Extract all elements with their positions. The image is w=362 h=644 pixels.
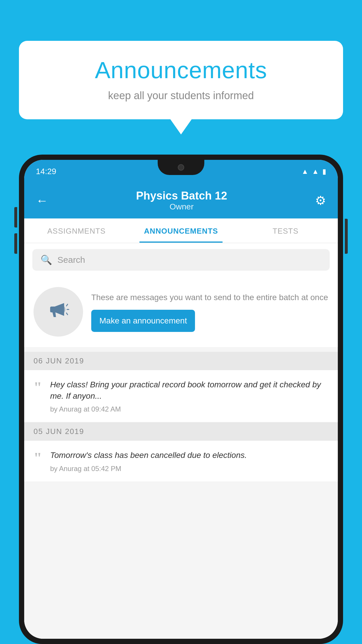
date-text-1: 06 JUN 2019 [34, 356, 84, 365]
speech-bubble: Announcements keep all your students inf… [19, 41, 343, 119]
announcement-text-1: Hey class! Bring your practical record b… [50, 379, 328, 402]
tab-tests[interactable]: TESTS [233, 218, 338, 243]
search-input-wrapper[interactable]: 🔍 Search [32, 249, 330, 271]
signal-icon: ▲ [312, 167, 319, 176]
header-subtitle: Owner [48, 202, 315, 211]
content-area: 🔍 Search [24, 243, 338, 639]
date-text-2: 05 JUN 2019 [34, 427, 84, 436]
search-input[interactable]: Search [57, 255, 85, 265]
promo-card: These are messages you want to send to t… [24, 276, 338, 347]
status-time: 14:29 [36, 167, 56, 176]
phone-wrapper: 14:29 ▲ ▲ ▮ ← Physics Batch 12 Owner ⚙ [19, 155, 343, 644]
status-icons: ▲ ▲ ▮ [301, 167, 326, 176]
svg-line-2 [66, 313, 68, 315]
phone-inner: 14:29 ▲ ▲ ▮ ← Physics Batch 12 Owner ⚙ [24, 160, 338, 639]
status-bar: 14:29 ▲ ▲ ▮ [24, 160, 338, 183]
settings-icon[interactable]: ⚙ [315, 193, 326, 208]
speech-bubble-section: Announcements keep all your students inf… [19, 41, 343, 119]
notch [158, 160, 204, 175]
tabs-bar: ASSIGNMENTS ANNOUNCEMENTS TESTS [24, 218, 338, 243]
tab-assignments[interactable]: ASSIGNMENTS [24, 218, 129, 243]
announcement-content-2: Tomorrow's class has been cancelled due … [50, 449, 328, 473]
promo-icon-circle [34, 287, 83, 337]
announcement-content-1: Hey class! Bring your practical record b… [50, 379, 328, 413]
announcement-item-2[interactable]: " Tomorrow's class has been cancelled du… [24, 441, 338, 482]
battery-icon: ▮ [322, 167, 326, 176]
date-separator-1: 06 JUN 2019 [24, 352, 338, 370]
announcement-text-2: Tomorrow's class has been cancelled due … [50, 449, 328, 461]
announcement-item-1[interactable]: " Hey class! Bring your practical record… [24, 370, 338, 422]
promo-text-section: These are messages you want to send to t… [91, 292, 328, 332]
header-title: Physics Batch 12 [48, 190, 315, 202]
announcement-meta-1: by Anurag at 09:42 AM [50, 405, 328, 413]
quote-icon-2: " [34, 451, 42, 466]
volume-down-button[interactable] [14, 233, 17, 254]
power-button[interactable] [345, 219, 348, 254]
megaphone-icon [47, 298, 70, 326]
header-title-section: Physics Batch 12 Owner [48, 190, 315, 211]
tab-announcements[interactable]: ANNOUNCEMENTS [129, 218, 233, 243]
bubble-title: Announcements [36, 57, 326, 84]
search-container: 🔍 Search [24, 243, 338, 276]
app-header: ← Physics Batch 12 Owner ⚙ [24, 183, 338, 218]
volume-up-button[interactable] [14, 207, 17, 228]
wifi-icon: ▲ [301, 167, 308, 176]
make-announcement-button[interactable]: Make an announcement [91, 310, 195, 332]
back-button[interactable]: ← [36, 194, 48, 208]
quote-icon-1: " [34, 380, 42, 395]
phone-outer: 14:29 ▲ ▲ ▮ ← Physics Batch 12 Owner ⚙ [19, 155, 343, 644]
svg-line-0 [66, 304, 68, 306]
date-separator-2: 05 JUN 2019 [24, 422, 338, 441]
camera [178, 164, 184, 171]
search-icon: 🔍 [41, 254, 52, 265]
promo-description: These are messages you want to send to t… [91, 292, 328, 303]
bubble-subtitle: keep all your students informed [36, 90, 326, 102]
announcement-meta-2: by Anurag at 05:42 PM [50, 465, 328, 473]
